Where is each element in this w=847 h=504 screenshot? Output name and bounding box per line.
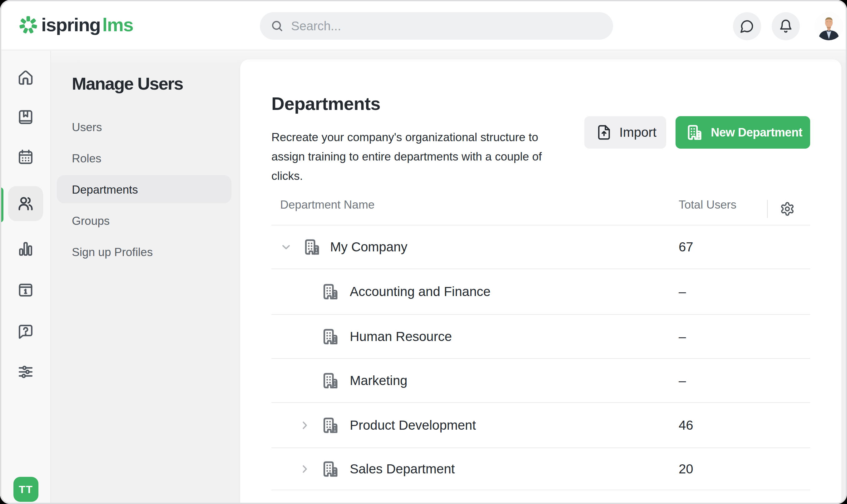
search-placeholder: Search...	[291, 19, 341, 33]
department-name: Sales Department	[350, 462, 455, 476]
logo-brand: ispring	[41, 14, 101, 36]
rail-item-courses[interactable]	[0, 108, 51, 126]
app-window: ispringlms Search...	[0, 0, 847, 504]
gear-icon	[780, 201, 795, 216]
user-avatar-photo	[815, 12, 843, 40]
building-icon	[322, 283, 339, 301]
page-title: Departments	[271, 93, 380, 114]
rail-item-reports[interactable]	[0, 240, 51, 258]
rail-item-info[interactable]	[0, 281, 51, 299]
rail-item-help[interactable]	[0, 323, 51, 340]
chat-icon	[740, 19, 754, 33]
total-users-value: –	[679, 284, 686, 299]
rail-item-users[interactable]	[0, 195, 51, 212]
sidebar-title: Manage Users	[72, 73, 183, 94]
rail-item-home[interactable]	[0, 69, 51, 86]
table-row[interactable]: Sales Department 20	[271, 448, 810, 490]
sidebar-item-groups[interactable]: Groups	[72, 214, 110, 229]
import-button[interactable]: Import	[584, 116, 666, 149]
description-line: Recreate your company's organizational s…	[271, 128, 542, 147]
calendar-icon	[17, 148, 34, 166]
users-icon	[17, 195, 34, 212]
total-users-value: –	[679, 329, 686, 344]
building-icon	[322, 372, 339, 390]
rail-item-calendar[interactable]	[0, 148, 51, 166]
column-header-department-name[interactable]: Department Name	[280, 198, 375, 211]
row-expand-chevron[interactable]	[299, 463, 311, 475]
total-users-value: –	[679, 373, 686, 388]
rail-user-initials[interactable]: TT	[14, 477, 38, 502]
department-name: Human Resource	[350, 329, 452, 344]
total-users-value: 20	[679, 462, 693, 476]
bell-icon	[779, 19, 793, 33]
logo-product: lms	[103, 14, 133, 36]
new-department-button[interactable]: New Department	[675, 116, 810, 149]
department-name: Product Development	[350, 418, 476, 433]
chevron-right-icon	[299, 463, 311, 475]
bar-chart-icon	[17, 240, 34, 258]
table-settings-button[interactable]	[780, 201, 795, 216]
departments-panel: Departments Recreate your company's orga…	[240, 59, 841, 504]
new-department-button-label: New Department	[711, 126, 802, 139]
chevron-down-icon	[280, 241, 292, 253]
table-row[interactable]: My Company 67	[271, 225, 810, 269]
page-description: Recreate your company's organizational s…	[271, 128, 542, 186]
total-users-value: 67	[679, 239, 693, 254]
table-row[interactable]: Product Development 46	[271, 402, 810, 448]
department-name: Marketing	[350, 373, 407, 388]
import-button-label: Import	[619, 125, 656, 140]
manage-users-sidebar: Manage Users UsersRolesDepartmentsGroups…	[52, 50, 240, 504]
department-name: My Company	[330, 239, 407, 254]
import-file-icon	[597, 124, 611, 141]
info-box-icon	[17, 281, 34, 299]
logo-text: ispringlms	[41, 14, 133, 36]
building-icon	[322, 416, 339, 434]
total-users-value: 46	[679, 418, 693, 433]
building-icon	[303, 238, 321, 256]
rail-item-settings[interactable]	[0, 363, 51, 381]
table-row[interactable]: Accounting and Finance –	[271, 269, 810, 314]
description-line: clicks.	[271, 166, 542, 186]
search-input[interactable]: Search...	[260, 12, 613, 40]
sidebar-item-sign-up-profiles[interactable]: Sign up Profiles	[72, 245, 153, 260]
search-icon	[270, 19, 284, 33]
building-icon	[322, 460, 339, 478]
top-header: ispringlms Search...	[0, 0, 847, 50]
sliders-icon	[17, 363, 34, 381]
sidebar-item-users[interactable]: Users	[72, 120, 102, 135]
row-collapse-chevron[interactable]	[280, 241, 292, 253]
home-icon	[17, 69, 34, 86]
user-avatar[interactable]	[815, 12, 843, 40]
table-row[interactable]: Human Resource –	[271, 314, 810, 358]
sidebar-item-departments[interactable]: Departments	[72, 182, 138, 197]
sidebar-item-roles[interactable]: Roles	[72, 151, 102, 166]
book-icon	[17, 108, 34, 126]
header-divider	[767, 200, 768, 218]
chevron-right-icon	[299, 419, 311, 432]
table-row[interactable]: Marketing –	[271, 358, 810, 402]
notifications-button[interactable]	[772, 12, 800, 40]
chat-button[interactable]	[733, 12, 761, 40]
icon-rail: TT	[0, 51, 51, 504]
building-icon	[322, 328, 339, 346]
row-expand-chevron[interactable]	[299, 419, 311, 432]
help-chat-icon	[17, 323, 34, 340]
ispring-flower-icon	[19, 16, 37, 34]
description-line: assign training to entire departments wi…	[271, 147, 542, 166]
column-header-total-users[interactable]: Total Users	[679, 198, 736, 211]
new-department-building-icon	[686, 124, 703, 141]
ispring-logo[interactable]: ispringlms	[19, 0, 133, 50]
department-name: Accounting and Finance	[350, 284, 491, 299]
